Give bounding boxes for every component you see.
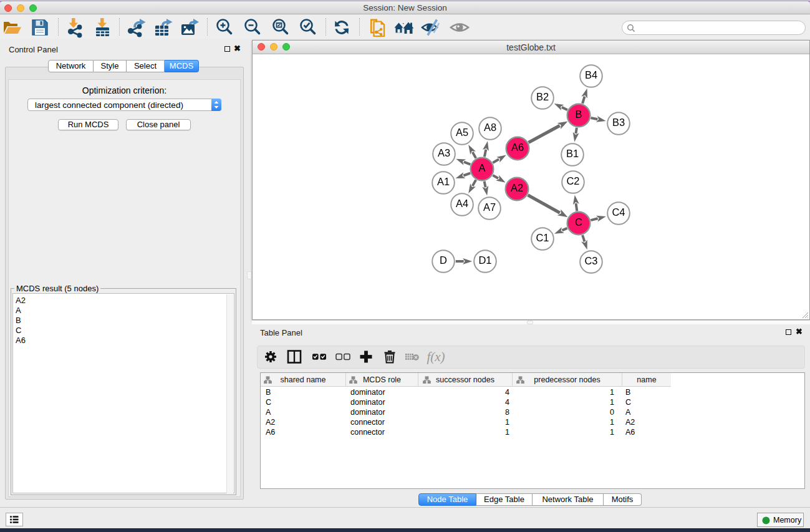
svg-text:A7: A7 [483, 201, 496, 213]
svg-text:A4: A4 [456, 198, 468, 209]
svg-text:C1: C1 [536, 232, 549, 243]
svg-text:B1: B1 [566, 148, 579, 159]
svg-text:f(x): f(x) [427, 349, 445, 364]
svg-text:B2: B2 [536, 91, 549, 102]
svg-text:A6: A6 [511, 142, 524, 153]
svg-text:B4: B4 [585, 69, 597, 80]
svg-text:D1: D1 [478, 254, 491, 266]
svg-text:A3: A3 [438, 147, 450, 158]
svg-text:A1: A1 [437, 176, 450, 187]
svg-text:A2: A2 [511, 182, 523, 193]
svg-text:C2: C2 [566, 175, 579, 186]
svg-text:C3: C3 [584, 255, 597, 266]
svg-text:B3: B3 [612, 117, 625, 128]
svg-text:A: A [478, 162, 485, 173]
svg-text:D: D [440, 254, 447, 266]
svg-text:C4: C4 [612, 206, 625, 218]
svg-text:B: B [575, 109, 582, 120]
svg-text:A5: A5 [456, 127, 468, 138]
svg-text:C: C [575, 216, 582, 228]
svg-text:A8: A8 [484, 122, 496, 133]
